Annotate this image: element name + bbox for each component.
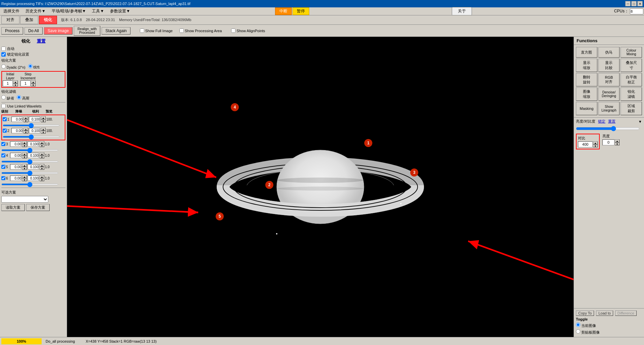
- wavelet-6-checkbox[interactable]: [1, 176, 5, 180]
- crop-button[interactable]: 区域裁剪: [621, 102, 642, 115]
- process-button[interactable]: Process: [1, 27, 23, 34]
- wavelet-1-denoise[interactable]: [11, 117, 23, 122]
- wavelet-1-denoise-spin[interactable]: ▲▼: [23, 116, 28, 122]
- dyadic-radio-label[interactable]: Dyadic (2^n): [1, 64, 25, 69]
- realign-button[interactable]: Realign_with Processed: [74, 26, 100, 36]
- save-preset-button[interactable]: 保存方案: [26, 204, 50, 211]
- wavelet-4-sharpen-spin[interactable]: ▲▼: [40, 152, 44, 158]
- wavelet-3-denoise-spin[interactable]: ▲▼: [22, 141, 27, 147]
- wavelet-5-checkbox[interactable]: [1, 165, 5, 169]
- wavelet-3-sharpen-spin[interactable]: ▲▼: [40, 141, 44, 147]
- tab-sharpen[interactable]: 锐化: [39, 16, 57, 24]
- sharpen-title[interactable]: 锐化: [21, 38, 30, 44]
- flip-rotate-button[interactable]: 翻转旋转: [576, 73, 597, 86]
- wavelet-2-sharpen[interactable]: [29, 128, 40, 133]
- show-full-checkbox[interactable]: [140, 28, 144, 33]
- wavelet-6-sharpen[interactable]: [28, 176, 39, 181]
- default-filter-radio[interactable]: [1, 95, 6, 99]
- wavelet-1-slider[interactable]: [3, 125, 60, 126]
- reset-title[interactable]: 重置: [37, 38, 46, 44]
- image-zoom-button[interactable]: 图像缩放: [576, 87, 597, 101]
- step-increment-up[interactable]: ▲: [31, 80, 36, 83]
- wavelet-1-sharpen[interactable]: [29, 117, 40, 122]
- wavelet-6-sharpen-spin[interactable]: ▲▼: [40, 175, 44, 181]
- wavelet-3-slider[interactable]: [1, 149, 58, 151]
- step-increment-input[interactable]: [20, 80, 31, 86]
- menu-params[interactable]: 参数设置▼: [107, 8, 133, 15]
- initial-layer-spinner[interactable]: ▲ ▼: [13, 80, 18, 86]
- image-area[interactable]: 1 2 3 4 5: [67, 37, 574, 337]
- step-increment-down[interactable]: ▼: [31, 83, 36, 86]
- linked-wavelets-checkbox[interactable]: [1, 104, 6, 108]
- wavelet-5-sharpen[interactable]: [28, 164, 39, 169]
- wavelet-2-denoise[interactable]: [11, 128, 23, 133]
- stack-again-button[interactable]: Stack Again: [102, 27, 130, 34]
- show-processing-label[interactable]: Show Processing Area: [179, 28, 222, 33]
- show-full-label[interactable]: Show Full Image: [140, 28, 173, 33]
- brightness-spinner[interactable]: ▲ ▼: [615, 139, 620, 145]
- difference[interactable]: Difference: [615, 310, 637, 316]
- minimize-button[interactable]: ─: [625, 1, 631, 6]
- linear-radio[interactable]: [28, 64, 33, 68]
- tab-align[interactable]: 对齐: [1, 16, 19, 24]
- histogram-button[interactable]: 直方图: [576, 47, 597, 58]
- menu-tools[interactable]: 工具▼: [89, 8, 107, 15]
- stack-size-button[interactable]: 叠加尺寸: [621, 59, 642, 72]
- lock-brightness[interactable]: 锁定: [598, 119, 605, 124]
- wavelet-2-slider[interactable]: [3, 136, 60, 138]
- current-image-radio[interactable]: [576, 323, 580, 327]
- reset-brightness[interactable]: 重置: [608, 119, 615, 124]
- show-zoom-button[interactable]: 显示缩放: [576, 59, 597, 72]
- about-button[interactable]: 关于: [452, 7, 472, 15]
- contrast-up[interactable]: ▲: [593, 141, 598, 144]
- menu-history[interactable]: 历史文件▼: [23, 8, 48, 15]
- tab-stack[interactable]: 叠加: [20, 16, 38, 24]
- brightness-down[interactable]: ▼: [615, 142, 620, 145]
- contrast-spinner[interactable]: ▲ ▼: [593, 141, 598, 147]
- brightness-expand[interactable]: ▼: [638, 120, 642, 124]
- current-image-label[interactable]: 当前图像: [576, 323, 642, 328]
- wavelet-2-denoise-spin[interactable]: ▲▼: [23, 128, 28, 134]
- presets-dropdown[interactable]: [1, 196, 48, 203]
- masking-button[interactable]: Masking: [576, 102, 597, 115]
- load-to[interactable]: Load to: [596, 310, 613, 316]
- wavelet-5-denoise-spin[interactable]: ▲▼: [22, 164, 27, 170]
- wavelet-2-checkbox[interactable]: [3, 129, 7, 133]
- initial-layer-input[interactable]: [3, 80, 13, 86]
- linear-radio-label[interactable]: 线性: [28, 64, 40, 70]
- menu-select-file[interactable]: 选择文件: [1, 8, 22, 15]
- maximize-button[interactable]: □: [631, 1, 637, 6]
- wavelet-2-sharpen-spin[interactable]: ▲▼: [41, 128, 46, 134]
- menu-flat-dark[interactable]: 平场/暗场/参考帧▼: [49, 8, 89, 15]
- wavelet-5-sharpen-spin[interactable]: ▲▼: [40, 164, 44, 170]
- show-compare-button[interactable]: 显示比较: [598, 59, 620, 72]
- auto-checkbox[interactable]: [1, 47, 6, 51]
- wavelet-6-denoise-spin[interactable]: ▲▼: [22, 175, 27, 181]
- rgb-align-button[interactable]: RGB对齐: [598, 73, 620, 86]
- wavelet-3-sharpen[interactable]: [28, 141, 39, 147]
- save-image-button[interactable]: Save image: [44, 27, 72, 34]
- wavelet-4-sharpen[interactable]: [28, 153, 39, 158]
- gauss-filter-label[interactable]: 高斯: [17, 95, 30, 101]
- lock-checkbox[interactable]: [1, 52, 6, 57]
- contrast-down[interactable]: ▼: [593, 144, 598, 147]
- colour-mixing-button[interactable]: ColourMixing: [621, 47, 642, 58]
- show-align-label[interactable]: Show AlignPoints: [231, 28, 265, 33]
- wavelet-1-checkbox[interactable]: [3, 117, 7, 121]
- pseudo-button[interactable]: 伪马: [598, 47, 620, 58]
- close-button[interactable]: ✕: [637, 1, 643, 6]
- wavelet-4-denoise-spin[interactable]: ▲▼: [22, 152, 27, 158]
- linegraph-button[interactable]: ShowLinegraph: [598, 102, 620, 115]
- do-all-button[interactable]: Do All: [24, 27, 42, 34]
- sharpen-filter-button[interactable]: 锐化滤镜: [621, 87, 642, 101]
- wavelet-4-slider[interactable]: [1, 161, 58, 162]
- cpu-input[interactable]: [630, 8, 643, 14]
- dyadic-radio[interactable]: [1, 64, 6, 69]
- interrupt-button[interactable]: 中断: [275, 7, 292, 15]
- wavelet-4-checkbox[interactable]: [1, 153, 5, 157]
- clipboard-image-radio[interactable]: [576, 329, 580, 334]
- initial-layer-up[interactable]: ▲: [13, 80, 18, 83]
- wavelet-1-sharpen-spin[interactable]: ▲▼: [41, 116, 46, 122]
- step-increment-spinner[interactable]: ▲ ▼: [31, 80, 36, 86]
- copy-to[interactable]: Copy To: [576, 310, 594, 316]
